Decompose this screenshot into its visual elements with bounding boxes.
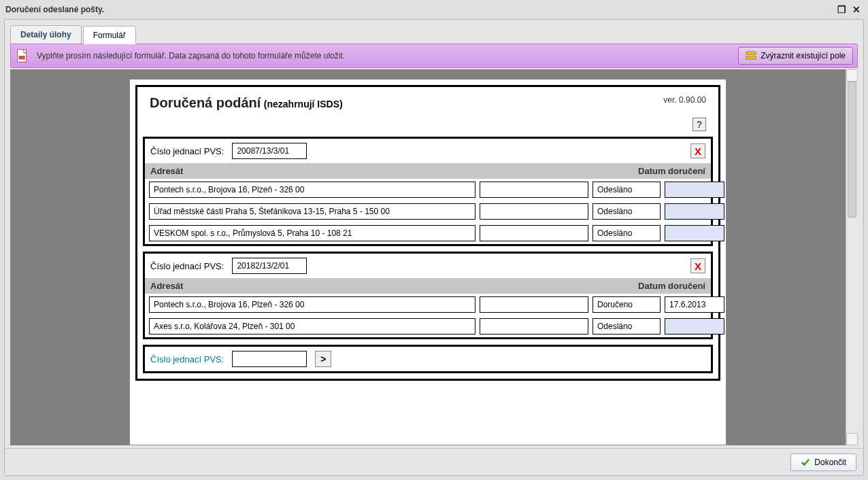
page-title: Doručená podání [150, 95, 261, 110]
aux-input[interactable] [480, 296, 588, 313]
adresat-input[interactable] [149, 318, 475, 335]
tab-bar: Detaily úlohy Formulář [5, 20, 863, 44]
footer: Dokončit [5, 448, 863, 475]
input-cj-2[interactable] [232, 258, 307, 274]
status-input[interactable] [592, 296, 661, 313]
titlebar: Doručení odeslané pošty. ❐ ✕ [0, 0, 868, 19]
remove-section-button[interactable]: X [690, 143, 705, 158]
check-icon [801, 458, 810, 467]
scroll-thumb[interactable] [848, 82, 856, 218]
aux-input[interactable] [480, 318, 588, 335]
svg-rect-3 [746, 56, 756, 59]
adresat-input[interactable] [149, 203, 475, 220]
svg-rect-2 [746, 52, 756, 54]
section-1: Číslo jednací PVS: X Adresát Datum doruč… [143, 137, 713, 246]
aux-input[interactable] [480, 182, 588, 198]
info-banner: Vyplňte prosím následující formulář. Dat… [10, 44, 858, 68]
table-row [145, 294, 711, 315]
close-icon[interactable]: ✕ [850, 3, 863, 16]
maximize-icon[interactable]: ❐ [835, 3, 848, 16]
date-input[interactable] [665, 182, 724, 198]
done-label: Dokončit [814, 458, 846, 467]
col-adresat: Adresát [150, 166, 624, 176]
table-row [145, 222, 711, 244]
tab-details[interactable]: Detaily úlohy [10, 25, 82, 44]
aux-input[interactable] [480, 203, 588, 220]
window-title: Doručení odeslané pošty. [5, 5, 104, 14]
add-section-button[interactable]: > [315, 351, 331, 367]
table-row [145, 201, 711, 222]
adresat-input[interactable] [149, 296, 475, 313]
scroll-up-button[interactable] [846, 69, 858, 82]
form-page: Doručená podání (nezahrnují ISDS) ver. 0… [129, 79, 727, 445]
table-row [145, 315, 711, 337]
page-subtitle: (nezahrnují ISDS) [264, 99, 343, 109]
svg-rect-1 [19, 56, 25, 60]
status-input[interactable] [592, 318, 661, 335]
date-input[interactable] [665, 203, 724, 220]
col-adresat: Adresát [150, 281, 624, 291]
input-cj-1[interactable] [232, 143, 307, 159]
date-input[interactable] [665, 225, 724, 241]
done-button[interactable]: Dokončit [790, 453, 856, 471]
version-label: ver. 0.90.00 [663, 95, 706, 105]
col-datum: Datum doručení [624, 166, 705, 176]
pdf-icon [15, 48, 30, 63]
status-input[interactable] [592, 225, 661, 241]
vertical-scrollbar[interactable] [846, 69, 858, 445]
label-cj: Číslo jednací PVS: [150, 146, 224, 156]
aux-input[interactable] [480, 225, 588, 241]
table-row [145, 179, 711, 201]
highlight-fields-button[interactable]: Zvýraznit existující pole [738, 47, 853, 65]
banner-message: Vyplňte prosím následující formulář. Dat… [37, 51, 738, 61]
highlight-icon [746, 50, 756, 61]
help-button[interactable]: ? [692, 118, 706, 131]
status-input[interactable] [592, 203, 661, 220]
section-2: Číslo jednací PVS: X Adresát Datum doruč… [143, 252, 713, 339]
adresat-input[interactable] [149, 225, 475, 241]
input-cj-new[interactable] [232, 351, 307, 367]
date-input[interactable] [665, 296, 724, 313]
adresat-input[interactable] [149, 182, 475, 198]
col-datum: Datum doručení [624, 281, 705, 291]
scroll-down-button[interactable] [846, 433, 858, 445]
label-cj-new: Číslo jednací PVS: [150, 354, 224, 364]
label-cj: Číslo jednací PVS: [150, 261, 224, 271]
date-input[interactable] [665, 318, 724, 335]
remove-section-button[interactable]: X [690, 258, 705, 273]
highlight-label: Zvýraznit existující pole [761, 51, 846, 61]
tab-form[interactable]: Formulář [83, 26, 136, 44]
status-input[interactable] [592, 182, 661, 198]
section-new: Číslo jednací PVS: > [143, 345, 713, 373]
